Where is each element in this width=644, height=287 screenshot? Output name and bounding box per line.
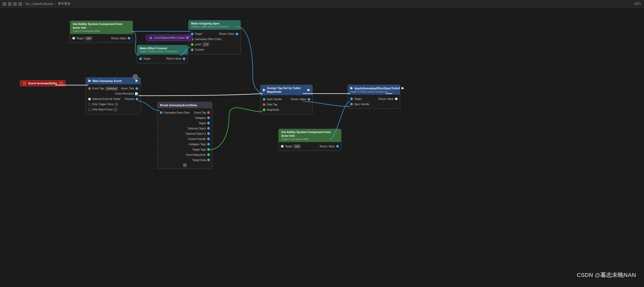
pin-spec-handle-dot	[350, 103, 353, 105]
node-make-effect-context: Make Effect Context Target is Ability Sy…	[137, 45, 188, 64]
pin-event-magnitude-dot	[207, 153, 210, 156]
pin-async-label: Async Task	[121, 87, 134, 90]
pin-row-context: Context	[189, 47, 240, 52]
win-btn-1[interactable]	[3, 2, 6, 6]
pin-opt-target-dot	[88, 98, 91, 100]
node-title: Assign Tag Set by Caller Magnitude	[267, 86, 306, 94]
pin-rv-dot	[336, 145, 339, 148]
pin-data-tag-dot	[263, 103, 265, 106]
pin-target-dot	[72, 37, 75, 40]
pin-target-value[interactable]: self	[294, 144, 301, 148]
node-subtitle: Target is Ability System Component	[350, 90, 397, 94]
pin-level-value[interactable]: 1.0	[202, 42, 209, 46]
pin-row-instigator-tags: Instigator Tags	[158, 142, 212, 147]
pin-only-match-label: Only Match Exact	[92, 108, 113, 111]
exec-out-pin: ▶	[402, 86, 404, 90]
pin-row-opt-obj: Optional Object	[158, 126, 212, 131]
node-event-based-effect-class: Event Based Effect Class	[146, 35, 193, 41]
pin-event-tag-dot	[88, 87, 91, 90]
pin-row-target-tags: Target Tags	[158, 147, 212, 152]
pin-magnitude-label: Magnitude	[267, 108, 279, 111]
pin-row-event-tag: Event Tag Attributes Async Task	[86, 86, 140, 91]
pin-row-data-tag: Data Tag	[261, 102, 312, 107]
exec-in-pin: ▶	[350, 86, 353, 90]
pin-payload-dot	[136, 98, 138, 100]
pin-target-label: Target	[354, 98, 361, 100]
pin-row-instigator: Instigator	[158, 115, 212, 120]
pin-row-target: Target Return Value	[348, 96, 400, 101]
pin-payload-label: Payload	[125, 98, 134, 100]
pin-rv-dot	[236, 33, 238, 35]
pin-rv-dot	[395, 98, 398, 100]
node-title: Get Ability System Component from Actor …	[73, 22, 130, 30]
pin-row-opt-obj2: Optional Object 2	[158, 131, 212, 136]
pin-event-tag-out-label: Event Tag	[194, 111, 206, 114]
exec-label: Event ActivateAbility	[28, 82, 57, 85]
node-title: Get Ability System Component from Actor …	[281, 130, 339, 138]
pin-ged-label: Gameplay Event Data	[164, 111, 190, 114]
pin-rv-label: Return Value	[219, 32, 234, 35]
pin-opt-target-label: Optional External Target	[92, 98, 120, 100]
pin-returnvalue-dot	[128, 37, 130, 40]
node-body: Target self Return Value	[279, 142, 341, 151]
node-header-get-ability-2: Get Ability System Component from Actor …	[279, 129, 341, 142]
node-floating-label: Event Based Effect Class	[154, 36, 184, 39]
win-btn-3[interactable]	[13, 2, 17, 6]
pin-row-ctx-handle: Context Handle	[158, 136, 212, 142]
win-btn-4[interactable]	[18, 2, 22, 6]
pin-class-label: Gameplay Effect Class	[195, 38, 222, 41]
timer-icon: ⏱	[133, 74, 138, 80]
node-body: Spec Handle Return Value Data Tag Magnit…	[260, 95, 313, 114]
pin-row-event-magnitude: Event Magnitude	[158, 152, 212, 157]
pin-only-match-checkbox[interactable]	[114, 108, 117, 111]
pin-effect-class-in	[150, 37, 152, 39]
exec-pin-red	[23, 81, 26, 85]
node-header-apply: ▶ ApplyGameplayEffectSpecToSelf ▶ Target…	[348, 85, 400, 95]
node-title: Make Outgoing Spec	[191, 22, 238, 25]
node-title: Wait Gameplay Event	[92, 79, 122, 83]
pin-target-value[interactable]: self	[85, 36, 92, 40]
node-body: Target Return Value Spec Handle	[348, 95, 400, 109]
pin-instigator-tags-dot	[207, 143, 210, 145]
node-get-ability-system-1: Get Ability System Component from Actor …	[70, 21, 133, 43]
pin-only-trigger-checkbox[interactable]	[115, 103, 118, 106]
pin-rv-label: Return Value	[166, 57, 181, 60]
exec-pin-in: ▶	[88, 79, 91, 83]
pin-target-data-dot	[207, 159, 210, 161]
pin-target-label: Target	[76, 37, 84, 40]
pin-row-target: Target self Return Value	[70, 36, 132, 41]
exec-event-recv-pin	[135, 92, 138, 95]
pin-target-data-label: Target Data	[192, 159, 206, 162]
exec-pin-red-out	[59, 81, 63, 85]
pin-level-dot	[191, 43, 194, 46]
pin-event-recv-label: Event Received	[115, 92, 134, 95]
pin-data-tag-label: Data Tag	[267, 103, 277, 106]
window-controls[interactable]	[3, 2, 22, 6]
pin-row-spec-handle: Spec Handle	[348, 101, 400, 107]
pin-returnvalue-label: Return Value	[111, 37, 126, 40]
pin-opt-obj-dot	[207, 127, 210, 130]
pin-row-magnitude: Magnitude	[261, 107, 312, 113]
pin-rv-label: Return Value	[320, 145, 335, 148]
node-body: Gameplay Event Data Event Tag Instigator…	[157, 108, 212, 169]
pin-magnitude-dot	[263, 109, 265, 111]
pin-row-target: Target Return Value	[137, 56, 187, 61]
node-make-outgoing-spec: Make Outgoing Spec Target is Ability Sys…	[188, 20, 241, 55]
exec-out-pin: ▶	[308, 88, 310, 92]
pin-instigator-dot	[207, 116, 210, 119]
node-header-make-outgoing: Make Outgoing Spec Target is Ability Sys…	[189, 20, 241, 30]
pin-event-tag-label: Event Tag	[92, 87, 104, 90]
pin-rv-dot	[308, 98, 310, 101]
watermark-text: CSDN @暮志未晚NAN	[577, 271, 636, 279]
pin-row-level: Level 1.0	[189, 42, 240, 47]
win-btn-2[interactable]	[8, 2, 12, 6]
collapse-handle[interactable]	[183, 164, 186, 167]
pin-row-event-recv: Event Received	[86, 91, 140, 96]
pin-effect-class-out	[186, 37, 189, 39]
corner-label: 相関1	[634, 2, 641, 6]
pin-spec-handle-label: Spec Handle	[267, 98, 282, 101]
breadcrumb-project: GA_ListenForEvent	[25, 2, 53, 6]
pin-event-tag-value[interactable]: Attributes	[105, 87, 118, 90]
pin-spec-handle-dot	[263, 98, 265, 101]
pin-row-only-trigger: Only Trigger Once	[86, 102, 140, 107]
